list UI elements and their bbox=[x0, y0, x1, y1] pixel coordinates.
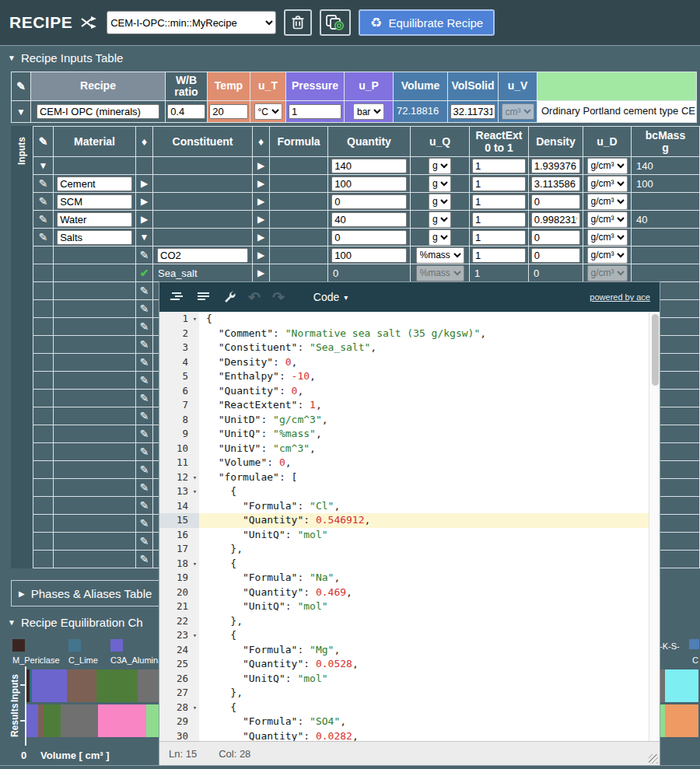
line-number[interactable]: 6 bbox=[159, 384, 191, 399]
fold-toggle-icon[interactable] bbox=[191, 542, 199, 557]
density-unit-select[interactable]: g/cm³ bbox=[587, 229, 628, 246]
code-line[interactable]: 17 }, bbox=[159, 542, 660, 557]
fold-toggle-icon[interactable] bbox=[191, 427, 199, 442]
quantity-input[interactable] bbox=[331, 177, 407, 191]
play-icon[interactable]: ▶ bbox=[141, 179, 148, 188]
quantity-input[interactable] bbox=[331, 159, 407, 173]
react-extent-input[interactable] bbox=[472, 230, 526, 245]
pressure-input[interactable] bbox=[289, 104, 341, 119]
quantity-input[interactable] bbox=[331, 194, 407, 209]
code-line[interactable]: 7 "ReactExtent": 1, bbox=[159, 398, 660, 413]
fold-toggle-icon[interactable] bbox=[191, 643, 199, 658]
pencil-icon[interactable]: ✎ bbox=[140, 357, 149, 368]
expand-row-icon[interactable]: ▼ bbox=[16, 107, 26, 117]
code-line[interactable]: 30 "Quantity": 0.0282, bbox=[159, 729, 660, 742]
pencil-icon[interactable]: ✎ bbox=[140, 393, 149, 404]
line-number[interactable]: 7 bbox=[159, 398, 191, 413]
material-input[interactable] bbox=[57, 194, 132, 209]
line-number[interactable]: 29 bbox=[159, 715, 191, 729]
pencil-icon[interactable]: ✎ bbox=[140, 375, 149, 386]
line-number[interactable]: 15 bbox=[159, 513, 191, 528]
code-line[interactable]: 24 "Formula": "Mg", bbox=[159, 643, 660, 658]
line-number[interactable]: 4 bbox=[159, 355, 191, 370]
density-unit-select[interactable]: g/cm³ bbox=[587, 176, 628, 192]
density-unit-select[interactable]: g/cm³ bbox=[587, 247, 628, 264]
code-line[interactable]: 19 "Formula": "Na", bbox=[159, 571, 660, 585]
quantity-unit-select[interactable]: %mass bbox=[416, 265, 464, 281]
resize-handle[interactable] bbox=[649, 754, 658, 764]
pencil-icon[interactable]: ✎ bbox=[140, 464, 149, 475]
pencil-icon[interactable]: ✎ bbox=[39, 214, 48, 225]
editor-content[interactable]: 1 ▾ { 2 "Comment": "Normative sea salt (… bbox=[159, 312, 660, 741]
clone-recipe-button[interactable] bbox=[320, 9, 351, 36]
line-number[interactable]: 18 bbox=[159, 557, 191, 572]
volume-unit-select[interactable]: cm³ bbox=[502, 103, 534, 120]
density-input[interactable] bbox=[531, 194, 580, 209]
pencil-icon[interactable]: ✎ bbox=[16, 81, 26, 92]
line-number[interactable]: 9 bbox=[159, 427, 191, 442]
fold-toggle-icon[interactable] bbox=[191, 528, 199, 543]
play-icon[interactable]: ▶ bbox=[141, 215, 148, 224]
recipe-select[interactable]: CEM-I-OPC::min::MyRecipe bbox=[107, 11, 276, 34]
code-line[interactable]: 5 "Enthalpy": -10, bbox=[159, 369, 660, 384]
play-icon[interactable]: ▶ bbox=[141, 197, 148, 206]
compact-format-icon[interactable] bbox=[196, 292, 212, 302]
fold-toggle-icon[interactable] bbox=[191, 456, 199, 470]
fold-toggle-icon[interactable]: ▾ bbox=[191, 312, 199, 327]
wrench-icon[interactable] bbox=[223, 291, 236, 304]
play-icon[interactable]: ▶ bbox=[257, 179, 264, 188]
fold-toggle-icon[interactable] bbox=[191, 686, 199, 701]
pencil-icon[interactable]: ✎ bbox=[140, 518, 149, 529]
quantity-input[interactable] bbox=[331, 212, 407, 227]
shuffle-icon[interactable] bbox=[80, 15, 99, 30]
density-input[interactable] bbox=[531, 177, 580, 191]
line-number[interactable]: 5 bbox=[159, 369, 191, 384]
play-icon[interactable]: ▶ bbox=[257, 161, 264, 170]
code-line[interactable]: 14 "Formula": "Cl", bbox=[159, 499, 660, 514]
line-number[interactable]: 11 bbox=[159, 456, 191, 470]
density-input[interactable] bbox=[531, 212, 580, 227]
undo-icon[interactable]: ↶ bbox=[248, 288, 261, 306]
check-icon[interactable]: ✔ bbox=[140, 267, 149, 279]
fold-toggle-icon[interactable]: ▾ bbox=[191, 470, 199, 485]
code-line[interactable]: 18 ▾ { bbox=[159, 557, 660, 572]
delete-recipe-button[interactable] bbox=[284, 9, 312, 36]
code-line[interactable]: 6 "Quantity": 0, bbox=[159, 384, 660, 399]
line-number[interactable]: 13 bbox=[159, 484, 191, 499]
code-line[interactable]: 16 "UnitQ": "mol" bbox=[159, 528, 660, 543]
line-number[interactable]: 22 bbox=[159, 614, 191, 629]
line-number[interactable]: 20 bbox=[159, 585, 191, 600]
fold-toggle-icon[interactable] bbox=[191, 571, 199, 585]
density-unit-select[interactable]: g/cm³ bbox=[587, 194, 628, 210]
pencil-icon[interactable]: ✎ bbox=[140, 428, 149, 439]
fold-toggle-icon[interactable] bbox=[191, 499, 199, 514]
code-line[interactable]: 13 ▾ { bbox=[159, 484, 660, 499]
recipe-name-input[interactable] bbox=[37, 104, 159, 119]
line-number[interactable]: 26 bbox=[159, 672, 191, 687]
code-line[interactable]: 21 "UnitQ": "mol" bbox=[159, 599, 660, 614]
fold-toggle-icon[interactable] bbox=[191, 599, 199, 614]
density-input[interactable] bbox=[531, 159, 580, 173]
material-input[interactable] bbox=[57, 177, 132, 191]
pencil-icon[interactable]: ✎ bbox=[39, 232, 48, 243]
pencil-icon[interactable]: ✎ bbox=[140, 536, 149, 547]
material-input[interactable] bbox=[57, 230, 132, 245]
code-mode-dropdown[interactable]: Code ▾ bbox=[313, 291, 348, 303]
line-number[interactable]: 17 bbox=[159, 542, 191, 557]
fold-toggle-icon[interactable] bbox=[191, 413, 199, 428]
code-line[interactable]: 20 "Quantity": 0.469, bbox=[159, 585, 660, 600]
pencil-icon[interactable]: ✎ bbox=[140, 339, 149, 350]
line-number[interactable]: 28 bbox=[159, 701, 191, 715]
pressure-unit-select[interactable]: bar bbox=[353, 103, 384, 120]
line-number[interactable]: 10 bbox=[159, 442, 191, 456]
code-line[interactable]: 12 ▾ "formulae": [ bbox=[159, 470, 660, 485]
code-line[interactable]: 15 "Quantity": 0.546912, bbox=[159, 513, 660, 528]
fold-toggle-icon[interactable] bbox=[191, 369, 199, 384]
code-line[interactable]: 8 "UnitD": "g/cm^3", bbox=[159, 413, 660, 428]
fold-toggle-icon[interactable] bbox=[191, 672, 199, 687]
line-number[interactable]: 3 bbox=[159, 341, 191, 355]
code-line[interactable]: 25 "Quantity": 0.0528, bbox=[159, 657, 660, 672]
quantity-unit-select[interactable]: g bbox=[429, 211, 451, 228]
pencil-icon[interactable]: ✎ bbox=[39, 178, 48, 189]
react-extent-input[interactable] bbox=[472, 212, 526, 227]
